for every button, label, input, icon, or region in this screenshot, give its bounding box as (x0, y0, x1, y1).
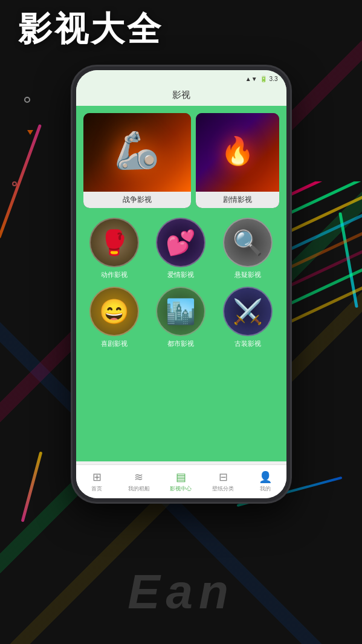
suspense-emoji: 🔍 (233, 229, 263, 257)
header-title: 影视 (172, 89, 190, 100)
category-romance[interactable]: 💕 爱情影视 (150, 218, 212, 279)
drama-movie-image (196, 113, 279, 192)
nav-home-label: 首页 (91, 485, 102, 493)
categories-grid: 🥊 动作影视 💕 爱情影视 🔍 悬疑影视 (83, 218, 279, 348)
banner-war[interactable]: 战争影视 (83, 113, 192, 208)
banners-row: 战争影视 剧情影视 (83, 113, 279, 208)
category-action[interactable]: 🥊 动作影视 (83, 218, 146, 279)
city-label: 都市影视 (167, 339, 194, 348)
nav-wallpaper[interactable]: ⊟ 壁纸分类 (202, 465, 244, 498)
nav-home[interactable]: ⊞ 首页 (76, 465, 118, 498)
movie-icon: ▤ (176, 470, 186, 484)
drama-movie-label: 剧情影视 (196, 192, 279, 208)
phone-header: 影视 (76, 87, 286, 106)
battery-level: 3.3 (270, 76, 278, 82)
deco-line-3 (21, 451, 43, 522)
deco-circle-1 (24, 97, 30, 103)
category-city[interactable]: 🏙️ 都市影视 (150, 287, 212, 348)
suspense-label: 悬疑影视 (234, 270, 261, 279)
nav-profile[interactable]: 👤 我的 (244, 465, 286, 498)
war-movie-label: 战争影视 (83, 192, 192, 208)
nav-wallpaper-label: 壁纸分类 (212, 485, 234, 493)
comedy-label: 喜剧影视 (101, 339, 128, 348)
action-emoji: 🥊 (99, 229, 129, 257)
ancient-emoji: ⚔️ (233, 298, 263, 326)
phone-screen: ▲▼ 🔋 3.3 影视 战争影视 剧情影视 (76, 70, 286, 498)
ancient-image: ⚔️ (223, 287, 273, 336)
battery-indicator: 🔋 (260, 76, 267, 82)
suspense-image: 🔍 (223, 218, 273, 267)
wallpaper-icon: ⊟ (219, 470, 228, 484)
category-suspense[interactable]: 🔍 悬疑影视 (217, 218, 279, 279)
action-image: 🥊 (89, 218, 139, 267)
category-comedy[interactable]: 😄 喜剧影视 (83, 287, 146, 348)
nav-moviecenter[interactable]: ▤ 影视中心 (160, 465, 202, 498)
deco-line-1 (0, 124, 42, 239)
city-emoji: 🏙️ (166, 298, 196, 326)
accent-lines (289, 181, 362, 423)
category-ancient[interactable]: ⚔️ 古装影视 (217, 287, 279, 348)
romance-emoji: 💕 (166, 229, 196, 257)
app-title: 影视大全 (18, 12, 163, 46)
bottom-deco-text: Ean (0, 564, 362, 620)
home-icon: ⊞ (92, 470, 102, 484)
action-label: 动作影视 (101, 270, 128, 279)
status-bar: ▲▼ 🔋 3.3 (76, 70, 286, 87)
nav-myship[interactable]: ≋ 我的稻船 (118, 465, 160, 498)
romance-label: 爱情影视 (167, 270, 194, 279)
banner-drama[interactable]: 剧情影视 (196, 113, 279, 208)
wifi-icon: ▲▼ (245, 76, 257, 82)
romance-image: 💕 (156, 218, 205, 267)
war-movie-image (83, 113, 192, 192)
comedy-emoji: 😄 (99, 298, 129, 326)
ancient-label: 古装影视 (234, 339, 261, 348)
city-image: 🏙️ (156, 287, 205, 336)
nav-moviecenter-label: 影视中心 (170, 485, 192, 493)
bottom-nav: ⊞ 首页 ≋ 我的稻船 ▤ 影视中心 ⊟ 壁纸分类 👤 我的 (76, 464, 286, 498)
comedy-image: 😄 (89, 287, 139, 336)
ship-icon: ≋ (134, 470, 143, 484)
deco-triangle (27, 130, 33, 135)
nav-myship-label: 我的稻船 (128, 485, 150, 493)
deco-circle-2 (12, 181, 17, 186)
phone-content: 战争影视 剧情影视 🥊 动作影视 (76, 106, 286, 461)
nav-profile-label: 我的 (260, 485, 271, 493)
profile-icon: 👤 (259, 470, 272, 484)
phone-mockup: ▲▼ 🔋 3.3 影视 战争影视 剧情影视 (73, 67, 290, 502)
